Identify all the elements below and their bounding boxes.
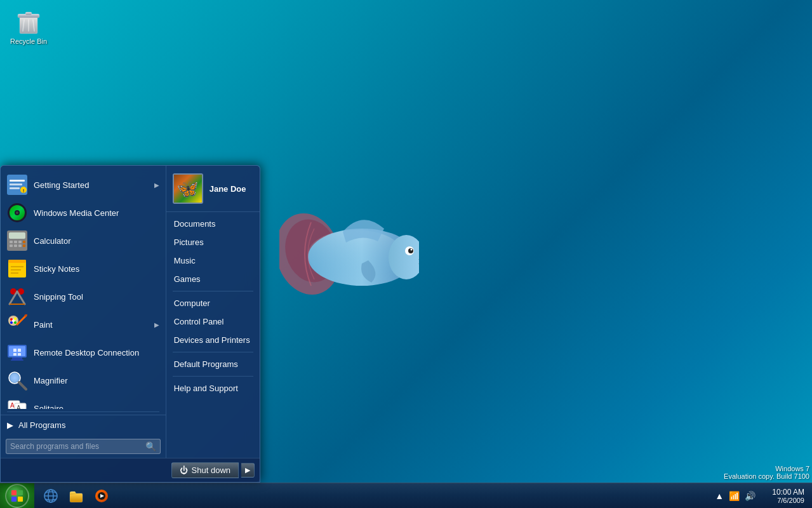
taskbar-pinned-icons: [36, 483, 117, 508]
start-menu-right-panel: 🦋 Jane Doe Documents Pictures Music Game…: [166, 166, 260, 458]
menu-documents[interactable]: Documents: [166, 215, 260, 233]
svg-rect-35: [8, 260, 26, 263]
menu-item-rdp[interactable]: Remote Desktop Connection: [1, 338, 166, 366]
taskbar: ▲ 📶 🔊 10:00 AM 7/6/2009: [0, 483, 812, 508]
svg-rect-15: [10, 180, 25, 182]
svg-point-61: [10, 373, 19, 382]
svg-point-9: [308, 230, 403, 278]
menu-music[interactable]: Music: [166, 251, 260, 270]
user-name: Jane Doe: [210, 184, 246, 194]
svg-rect-57: [18, 349, 21, 352]
svg-point-13: [411, 249, 413, 251]
tray-volume-icon[interactable]: 🔊: [743, 490, 757, 502]
windows-info: Windows 7 Evaluation copy. Build 7100: [724, 465, 809, 480]
wmc-label: Windows Media Center: [34, 208, 159, 218]
svg-rect-71: [11, 497, 17, 502]
right-separator-1: [173, 291, 253, 291]
svg-rect-30: [10, 244, 13, 247]
magnifier-label: Magnifier: [34, 376, 159, 385]
svg-text:!: !: [23, 188, 25, 194]
desktop: Recycle Bin: [0, 0, 812, 508]
svg-text:A: A: [17, 404, 21, 409]
left-separator: [7, 411, 159, 412]
menu-item-getting-started[interactable]: ! Getting Started ▶: [1, 171, 166, 199]
sticky-notes-label: Sticky Notes: [34, 264, 159, 274]
svg-point-46: [14, 318, 17, 320]
menu-computer[interactable]: Computer: [166, 294, 260, 312]
windows-version: Windows 7: [724, 465, 809, 472]
calculator-label: Calculator: [34, 236, 159, 246]
svg-rect-72: [18, 497, 23, 502]
taskbar-ie-icon[interactable]: [38, 484, 63, 508]
svg-point-47: [10, 321, 13, 324]
tray-network-icon[interactable]: 📶: [728, 490, 741, 502]
svg-point-10: [389, 235, 419, 279]
svg-rect-25: [9, 232, 25, 239]
svg-text:A: A: [10, 402, 15, 409]
svg-point-6: [279, 206, 349, 302]
menu-item-snipping-tool[interactable]: Snipping Tool: [1, 283, 166, 311]
rdp-label: Remote Desktop Connection: [34, 348, 159, 358]
svg-point-23: [16, 211, 18, 214]
svg-rect-54: [12, 358, 22, 359]
menu-games[interactable]: Games: [166, 270, 260, 288]
svg-rect-69: [11, 490, 17, 495]
menu-default-programs[interactable]: Default Programs: [166, 355, 260, 373]
svg-rect-53: [9, 346, 25, 356]
svg-rect-2: [25, 12, 32, 15]
svg-point-8: [308, 229, 416, 286]
getting-started-label: Getting Started: [34, 180, 148, 190]
search-input[interactable]: [10, 442, 145, 451]
tray-arrow-icon[interactable]: ▲: [714, 490, 725, 502]
start-menu-left-panel: ! Getting Started ▶: [1, 166, 166, 458]
shutdown-button[interactable]: ⏻ Shut down: [171, 462, 239, 478]
shutdown-options-button[interactable]: ▶: [241, 463, 255, 478]
svg-rect-17: [10, 187, 20, 189]
menu-help-support[interactable]: Help and Support: [166, 379, 260, 398]
right-menu-items: Documents Pictures Music Games Computer …: [166, 212, 260, 458]
svg-rect-27: [14, 241, 17, 243]
clock[interactable]: 10:00 AM 7/6/2009: [762, 486, 809, 505]
start-button[interactable]: [0, 483, 34, 509]
paint-label: Paint: [34, 320, 148, 330]
menu-item-calculator[interactable]: Calculator: [1, 227, 166, 255]
svg-rect-16: [10, 184, 22, 185]
svg-point-11: [405, 246, 414, 255]
shutdown-label: Shut down: [192, 465, 230, 475]
svg-line-62: [19, 382, 26, 389]
clock-time: 10:00 AM: [772, 488, 804, 497]
recycle-bin-icon[interactable]: Recycle Bin: [3, 3, 54, 48]
menu-item-sticky-notes[interactable]: Sticky Notes: [1, 255, 166, 283]
menu-item-wmc[interactable]: Windows Media Center: [1, 199, 166, 227]
solitaire-icon: A ♥ A ♠: [7, 398, 27, 409]
all-programs-arrow: ▶: [7, 420, 13, 430]
menu-pictures[interactable]: Pictures: [166, 233, 260, 251]
menu-item-paint[interactable]: Paint ▶: [1, 311, 166, 338]
svg-rect-55: [11, 359, 23, 361]
paint-icon: [7, 314, 27, 335]
snipping-tool-icon: [7, 286, 27, 307]
search-icon: 🔍: [145, 441, 156, 451]
taskbar-explorer-icon[interactable]: [63, 484, 89, 508]
getting-started-arrow: ▶: [154, 182, 159, 189]
svg-rect-33: [23, 244, 25, 247]
menu-item-magnifier[interactable]: Magnifier: [1, 366, 166, 394]
taskbar-media-player-icon[interactable]: [89, 484, 114, 508]
all-programs-label: All Programs: [18, 420, 65, 430]
taskbar-right: ▲ 📶 🔊 10:00 AM 7/6/2009: [709, 483, 812, 508]
svg-rect-28: [18, 241, 22, 243]
all-programs-item[interactable]: ▶ All Programs: [1, 415, 166, 435]
recycle-bin-label: Recycle Bin: [10, 37, 47, 45]
svg-line-50: [17, 316, 26, 324]
svg-rect-58: [13, 353, 17, 356]
menu-control-panel[interactable]: Control Panel: [166, 312, 260, 331]
snipping-tool-label: Snipping Tool: [34, 292, 159, 302]
right-separator-2: [173, 352, 253, 352]
menu-devices-printers[interactable]: Devices and Printers: [166, 331, 260, 349]
getting-started-icon: !: [7, 175, 27, 195]
start-orb: [11, 490, 23, 502]
svg-rect-32: [18, 244, 22, 247]
calculator-icon: [7, 231, 27, 251]
menu-item-solitaire[interactable]: A ♥ A ♠ Solitaire: [1, 394, 166, 409]
user-avatar[interactable]: 🦋: [173, 173, 203, 204]
